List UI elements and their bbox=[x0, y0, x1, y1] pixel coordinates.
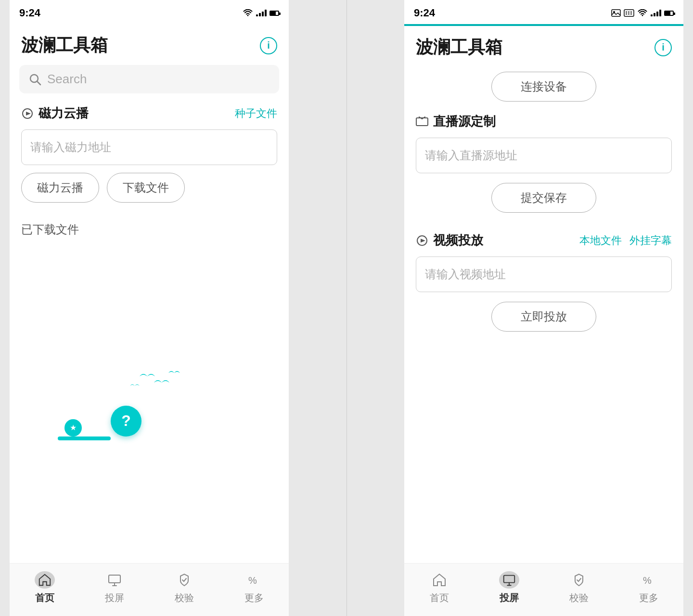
app-header-right: 波澜工具箱 i bbox=[404, 26, 683, 67]
nav-cast-right[interactable]: 投屏 bbox=[499, 571, 519, 604]
svg-rect-11 bbox=[630, 12, 632, 13]
birds-illustration bbox=[101, 355, 197, 403]
svg-rect-10 bbox=[628, 12, 629, 13]
play-circle-icon bbox=[21, 108, 34, 119]
svg-text:%: % bbox=[248, 575, 257, 586]
magnet-section-title: 磁力云播 bbox=[21, 105, 89, 122]
battery-icon-left bbox=[270, 11, 279, 16]
nav-verify-label-right: 校验 bbox=[569, 591, 589, 604]
magnet-button-row: 磁力云播 下载文件 bbox=[21, 173, 277, 203]
image-icon bbox=[611, 9, 621, 17]
nav-more-label-right: 更多 bbox=[639, 591, 658, 604]
video-links: 本地文件 外挂字幕 bbox=[579, 233, 672, 248]
platform-bar bbox=[58, 436, 111, 440]
more-icon-left: % bbox=[244, 571, 264, 589]
nav-home-label-left: 首页 bbox=[35, 591, 54, 604]
empty-state: ★ ? bbox=[10, 237, 289, 616]
svg-rect-18 bbox=[503, 576, 514, 583]
status-bar-right: 9:24 bbox=[404, 0, 683, 24]
status-icons-right bbox=[611, 9, 674, 17]
app-header-left: 波澜工具箱 i bbox=[10, 24, 289, 65]
home-icon-left bbox=[35, 571, 55, 589]
svg-rect-13 bbox=[628, 13, 629, 14]
submit-save-button[interactable]: 提交保存 bbox=[491, 183, 596, 213]
video-url-input[interactable] bbox=[416, 257, 672, 292]
connect-device-button[interactable]: 连接设备 bbox=[491, 72, 596, 102]
video-cast-header: 视频投放 本地文件 外挂字幕 bbox=[416, 232, 672, 249]
birds-svg bbox=[101, 355, 207, 403]
fab-area: ★ ? bbox=[120, 412, 178, 461]
home-icon-right bbox=[429, 571, 449, 589]
downloads-label: 已下载文件 bbox=[10, 218, 289, 237]
submit-btn-container: 提交保存 bbox=[416, 183, 672, 213]
play-circle-icon-right bbox=[416, 235, 428, 246]
status-icons-left bbox=[243, 9, 279, 17]
magnet-input[interactable] bbox=[21, 129, 277, 165]
cast-icon-right bbox=[499, 571, 519, 589]
cast-icon-left bbox=[104, 571, 125, 589]
nav-cast-label-right: 投屏 bbox=[500, 591, 519, 604]
nav-more-right[interactable]: % 更多 bbox=[639, 571, 659, 604]
nav-cast-left[interactable]: 投屏 bbox=[104, 571, 125, 604]
app-title-right: 波澜工具箱 bbox=[416, 36, 502, 59]
app-title-left: 波澜工具箱 bbox=[21, 34, 108, 57]
tv-icon bbox=[416, 116, 428, 127]
live-source-section: 直播源定制 提交保存 bbox=[404, 113, 683, 224]
nav-home-right[interactable]: 首页 bbox=[429, 571, 449, 604]
svg-marker-17 bbox=[421, 239, 425, 243]
live-source-title: 直播源定制 bbox=[416, 113, 496, 130]
nav-verify-right[interactable]: 校验 bbox=[569, 571, 589, 604]
local-file-link[interactable]: 本地文件 bbox=[579, 233, 622, 248]
nav-more-left[interactable]: % 更多 bbox=[244, 571, 264, 604]
more-icon-right: % bbox=[639, 571, 659, 589]
search-icon bbox=[29, 73, 41, 86]
nav-cast-label-left: 投屏 bbox=[105, 591, 124, 604]
wifi-icon-right bbox=[637, 9, 648, 17]
nav-home-left[interactable]: 首页 bbox=[35, 571, 55, 604]
live-source-header: 直播源定制 bbox=[416, 113, 672, 130]
magnet-section-header: 磁力云播 种子文件 bbox=[21, 105, 277, 122]
svg-rect-9 bbox=[626, 12, 627, 13]
verify-icon-right bbox=[569, 571, 589, 589]
subtitle-link[interactable]: 外挂字幕 bbox=[629, 233, 672, 248]
right-screen: 9:24 bbox=[404, 0, 683, 616]
play-now-button[interactable]: 立即投放 bbox=[491, 302, 596, 332]
nav-verify-left[interactable]: 校验 bbox=[174, 571, 194, 604]
left-screen: 9:24 bbox=[10, 0, 289, 616]
video-cast-section: 视频投放 本地文件 外挂字幕 立即投放 bbox=[404, 232, 683, 343]
search-placeholder: Search bbox=[47, 72, 87, 87]
signal-icon-right bbox=[651, 10, 661, 16]
svg-marker-3 bbox=[26, 112, 31, 116]
status-bar-left: 9:24 bbox=[10, 0, 289, 24]
time-right: 9:24 bbox=[414, 7, 435, 19]
magnet-play-button[interactable]: 磁力云播 bbox=[21, 173, 99, 203]
svg-rect-4 bbox=[109, 575, 120, 583]
verify-icon-left bbox=[174, 571, 194, 589]
bottom-nav-left: 首页 投屏 bbox=[10, 563, 289, 616]
info-button-right[interactable]: i bbox=[654, 39, 672, 56]
bottom-nav-right: 首页 投屏 bbox=[404, 563, 683, 616]
video-cast-title: 视频投放 bbox=[416, 232, 483, 249]
seed-file-link[interactable]: 种子文件 bbox=[235, 106, 277, 121]
screen-divider bbox=[346, 0, 347, 616]
play-btn-container: 立即投放 bbox=[416, 302, 672, 332]
nav-home-label-right: 首页 bbox=[430, 591, 449, 604]
battery-icon-right bbox=[664, 11, 674, 16]
connect-btn-container: 连接设备 bbox=[416, 72, 672, 102]
svg-rect-12 bbox=[626, 13, 627, 14]
svg-text:%: % bbox=[643, 575, 652, 586]
download-file-button[interactable]: 下载文件 bbox=[107, 173, 185, 203]
live-source-input[interactable] bbox=[416, 138, 672, 173]
nav-verify-label-left: 校验 bbox=[175, 591, 194, 604]
keyboard-icon bbox=[624, 9, 634, 17]
time-left: 9:24 bbox=[19, 7, 40, 19]
nav-more-label-left: 更多 bbox=[244, 591, 264, 604]
svg-line-1 bbox=[37, 81, 40, 85]
svg-rect-14 bbox=[630, 13, 632, 14]
search-bar[interactable]: Search bbox=[19, 65, 279, 93]
svg-rect-6 bbox=[612, 10, 620, 16]
info-button-left[interactable]: i bbox=[260, 37, 277, 54]
signal-icon-left bbox=[256, 10, 267, 16]
magnet-section: 磁力云播 种子文件 磁力云播 下载文件 bbox=[10, 105, 289, 218]
help-fab[interactable]: ? bbox=[111, 406, 141, 436]
